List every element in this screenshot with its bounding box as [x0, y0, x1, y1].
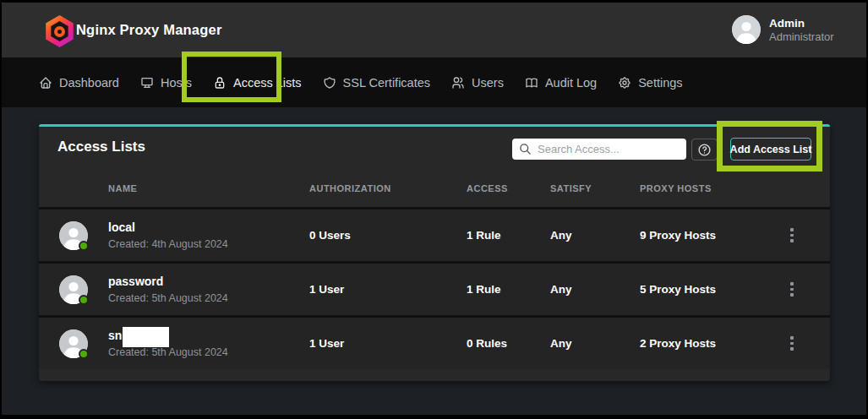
authorization-value: 1 User: [309, 283, 467, 296]
user-menu[interactable]: Admin Administrator: [732, 15, 834, 44]
search-box: [512, 139, 686, 160]
shield-icon: [323, 76, 336, 90]
book-icon: [525, 76, 538, 90]
authorization-value: 1 User: [309, 337, 467, 350]
nav-item-label: Dashboard: [59, 76, 119, 90]
satisfy-value: Any: [550, 229, 640, 242]
home-icon: [39, 76, 52, 90]
user-role: Administrator: [769, 30, 834, 44]
main-nav: Dashboard Hosts Access Lists SSL Certifi…: [2, 57, 866, 107]
column-header-access: ACCESS: [467, 183, 550, 193]
nav-item-users[interactable]: Users: [451, 76, 504, 90]
table-row[interactable]: password Created: 5th August 2024 1 User…: [39, 261, 830, 315]
screenshot-canvas: Nginx Proxy Manager Admin Administrator …: [0, 0, 868, 419]
column-header-satisfy: SATISFY: [550, 183, 640, 193]
status-online-dot: [79, 241, 89, 251]
user-avatar: [732, 15, 761, 44]
table-row[interactable]: sn Created: 5th August 2024 1 User 0 Rul…: [39, 315, 830, 369]
table-row[interactable]: local Created: 4th August 2024 0 Users 1…: [39, 207, 830, 261]
row-menu-kebab-icon[interactable]: [783, 333, 800, 354]
column-header-proxy-hosts: PROXY HOSTS: [640, 183, 775, 193]
row-menu-kebab-icon[interactable]: [783, 225, 800, 246]
proxy-hosts-value: 9 Proxy Hosts: [640, 229, 775, 242]
access-list-name: password: [108, 274, 228, 289]
access-lists-panel: Access Lists Add Access List NAME AUTHOR…: [39, 124, 830, 381]
monitor-icon: [140, 76, 154, 90]
satisfy-value: Any: [550, 283, 640, 296]
nav-item-label: SSL Certificates: [343, 76, 430, 90]
panel-header: Access Lists Add Access List: [39, 127, 830, 169]
access-list-created: Created: 5th August 2024: [108, 346, 228, 360]
nav-item-access-lists[interactable]: Access Lists: [213, 76, 302, 90]
app-header: Nginx Proxy Manager Admin Administrator: [2, 3, 866, 57]
proxy-hosts-value: 5 Proxy Hosts: [640, 283, 775, 296]
search-input[interactable]: [538, 143, 680, 155]
add-access-list-button[interactable]: Add Access List: [730, 138, 811, 161]
nav-item-label: Hosts: [161, 76, 192, 90]
gear-icon: [618, 76, 631, 90]
nav-item-label: Users: [472, 76, 504, 90]
status-online-dot: [79, 295, 89, 305]
column-header-name: NAME: [59, 183, 309, 193]
redaction-box: [123, 327, 169, 347]
satisfy-value: Any: [550, 337, 640, 350]
column-header-authorization: AUTHORIZATION: [309, 183, 467, 193]
help-icon: [697, 143, 712, 157]
status-online-dot: [79, 349, 89, 359]
access-value: 1 Rule: [467, 283, 550, 296]
search-icon: [519, 143, 532, 155]
authorization-value: 0 Users: [309, 229, 467, 242]
help-button[interactable]: [691, 139, 718, 161]
proxy-hosts-value: 2 Proxy Hosts: [640, 337, 775, 350]
access-value: 0 Rules: [467, 337, 550, 350]
nav-item-audit-log[interactable]: Audit Log: [525, 76, 597, 90]
access-list-name: local: [108, 220, 228, 235]
user-name: Admin: [769, 16, 834, 30]
users-icon: [451, 76, 465, 90]
nginx-proxy-manager-logo-icon: [44, 15, 75, 47]
row-menu-kebab-icon[interactable]: [783, 279, 800, 300]
page-title: Access Lists: [57, 139, 145, 155]
nav-item-hosts[interactable]: Hosts: [140, 76, 192, 90]
nav-item-label: Access Lists: [233, 76, 302, 90]
nav-item-label: Settings: [638, 76, 682, 90]
nav-item-label: Audit Log: [545, 76, 597, 90]
access-list-created: Created: 5th August 2024: [108, 291, 228, 306]
nav-item-dashboard[interactable]: Dashboard: [39, 76, 119, 90]
access-value: 1 Rule: [467, 229, 550, 242]
table-header: NAME AUTHORIZATION ACCESS SATISFY PROXY …: [39, 169, 830, 207]
access-list-name: sn: [108, 328, 122, 343]
lock-icon: [213, 76, 227, 90]
access-list-created: Created: 4th August 2024: [108, 237, 228, 252]
nav-item-ssl-certificates[interactable]: SSL Certificates: [323, 76, 430, 90]
nav-item-settings[interactable]: Settings: [618, 76, 682, 90]
app-title: Nginx Proxy Manager: [76, 3, 222, 57]
